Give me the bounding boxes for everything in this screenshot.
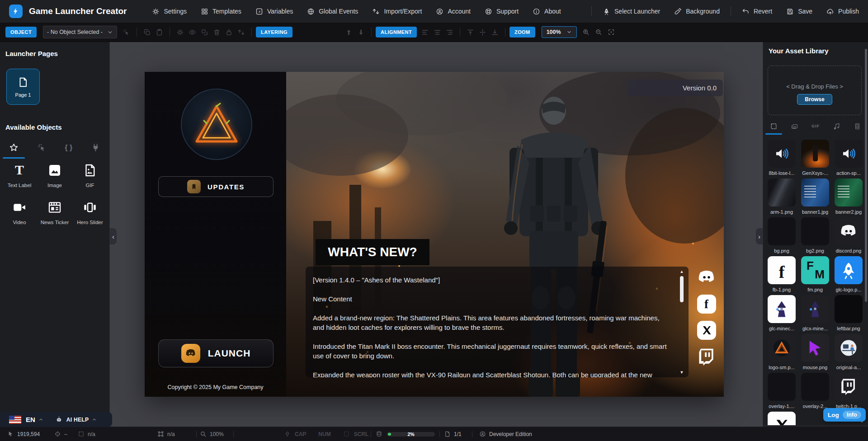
align-top-icon[interactable] [467, 28, 474, 36]
asset-thumbnail-audio[interactable] [768, 140, 796, 168]
asset-item[interactable]: bg.png [766, 217, 797, 256]
smart-select-icon[interactable] [123, 28, 130, 36]
zoom-in-icon[interactable] [582, 28, 590, 36]
asset-thumbnail-banner-blue[interactable] [801, 178, 829, 206]
menu-item-background[interactable]: Background [674, 8, 720, 15]
visibility-icon[interactable] [189, 28, 196, 36]
asset-item[interactable]: overlay-1.... [766, 373, 797, 412]
asset-item[interactable]: leftbar.png [833, 295, 864, 334]
asset-item[interactable]: mouse.png [799, 334, 831, 373]
drag-drop-zone[interactable]: < Drag & Drop Files > Browse [768, 66, 862, 115]
tab-images[interactable] [789, 122, 800, 135]
align-left-icon[interactable] [421, 28, 429, 36]
collapse-right-sidebar-handle[interactable]: › [756, 228, 763, 244]
collapse-left-sidebar-handle[interactable]: ‹ [110, 228, 117, 244]
twitch-icon[interactable] [696, 347, 717, 367]
asset-thumbnail-flame-logo[interactable] [768, 334, 796, 362]
object-news-ticker[interactable]: News Ticker [37, 200, 72, 226]
tab-favorites[interactable] [6, 141, 21, 159]
copy-icon[interactable] [143, 28, 151, 36]
asset-item[interactable]: overlay-2... [799, 373, 831, 412]
asset-item[interactable]: ffb-1.png [766, 256, 797, 295]
asset-thumbnail-dark[interactable] [801, 373, 829, 401]
zoom-level-dropdown[interactable]: 100% [542, 26, 577, 38]
scroll-up-icon[interactable]: ▲ [680, 269, 684, 274]
object-video[interactable]: Video [2, 200, 37, 226]
align-right-icon[interactable] [446, 28, 453, 36]
asset-thumbnail-dark[interactable] [801, 217, 829, 245]
zoom-out-icon[interactable] [595, 28, 602, 36]
asset-thumbnail-wizard-white[interactable] [768, 295, 796, 323]
language-selector[interactable]: EN [26, 416, 35, 423]
updates-button[interactable]: UPDATES [158, 176, 274, 197]
asset-thumbnail-twitch[interactable] [835, 373, 863, 401]
menu-item-publish[interactable]: Publish [826, 8, 859, 15]
patch-notes-panel[interactable]: [Version 1.4.0 – "Ashes of the Wasteland… [306, 267, 689, 377]
asset-thumbnail-gun[interactable] [768, 178, 796, 206]
asset-thumbnail-facebook[interactable]: f [768, 256, 796, 284]
duplicate-icon[interactable] [201, 28, 208, 36]
menu-item-support[interactable]: Support [485, 8, 519, 15]
align-center-icon[interactable] [434, 28, 441, 36]
menu-item-global-events[interactable]: Global Events [307, 8, 358, 15]
object-gif[interactable]: GIF [72, 163, 108, 189]
alignment-button[interactable]: ALIGNMENT [376, 27, 417, 38]
asset-item[interactable]: arm-1.png [766, 178, 797, 217]
asset-item[interactable]: twitch-1.p... [833, 373, 864, 412]
align-middle-icon[interactable] [479, 28, 486, 36]
asset-thumbnail-illustration[interactable] [835, 334, 863, 362]
asset-thumbnail-banner-green[interactable] [835, 178, 863, 206]
asset-thumbnail-black[interactable] [835, 295, 863, 323]
menu-item-save[interactable]: Save [786, 8, 812, 15]
asset-thumbnail-wizard-dark[interactable] [801, 295, 829, 323]
tab-all-assets[interactable] [768, 122, 779, 135]
asset-item[interactable] [766, 412, 797, 425]
menu-item-account[interactable]: Account [436, 8, 471, 15]
discord-icon[interactable] [696, 267, 717, 287]
layering-button[interactable]: LAYERING [256, 27, 292, 38]
asset-thumbnail-xlogo[interactable] [768, 412, 796, 425]
asset-item[interactable]: 8bit-lose-l... [766, 140, 797, 178]
object-text-label[interactable]: Text Label [2, 163, 37, 189]
delete-icon[interactable] [213, 28, 221, 36]
layer-up-icon[interactable] [345, 28, 353, 36]
asset-item[interactable]: glcx-mine... [799, 295, 831, 334]
facebook-icon[interactable]: f [697, 295, 716, 314]
object-image[interactable]: Image [37, 163, 72, 189]
info-pill[interactable]: Info [843, 411, 861, 419]
asset-thumbnail-discord[interactable] [835, 217, 863, 245]
x-twitter-icon[interactable] [697, 321, 716, 340]
patch-notes-scrollbar[interactable]: ▲ ▼ [679, 269, 684, 375]
asset-item[interactable]: bg2.png [799, 217, 831, 256]
menu-item-import-export[interactable]: Import/Export [372, 8, 422, 15]
asset-item[interactable]: GenXsys-... [799, 140, 831, 178]
asset-thumbnail-dark[interactable] [768, 373, 796, 401]
tab-interactive[interactable] [34, 141, 49, 159]
asset-thumbnail-dark[interactable] [768, 217, 796, 245]
ai-help-button[interactable]: AI HELP [66, 417, 89, 423]
asset-thumbnail-fm[interactable]: FM [801, 256, 829, 284]
object-hero-slider[interactable]: Hero Slider [72, 200, 108, 226]
asset-item[interactable]: banner2.jpg [833, 178, 864, 217]
menu-item-revert[interactable]: Revert [742, 8, 772, 15]
log-info-button[interactable]: Log Info [823, 408, 866, 422]
asset-item[interactable]: banner1.jpg [799, 178, 831, 217]
asset-thumbnail-rocket[interactable] [835, 256, 863, 284]
menu-item-about[interactable]: About [533, 8, 561, 15]
asset-item[interactable]: FMfm.png [799, 256, 831, 295]
browse-button[interactable]: Browse [797, 94, 832, 105]
zoom-fit-icon[interactable] [608, 28, 615, 36]
scroll-down-icon[interactable]: ▼ [680, 370, 684, 375]
paste-icon[interactable] [156, 28, 163, 36]
object-settings-icon[interactable] [176, 28, 184, 36]
menu-item-variables[interactable]: Variables [255, 8, 293, 15]
page-card-page1[interactable]: Page 1 [6, 69, 40, 105]
layer-down-icon[interactable] [357, 28, 365, 36]
asset-item[interactable]: original-a... [833, 334, 864, 373]
asset-scrollbar-thumb[interactable] [865, 49, 867, 302]
asset-item[interactable]: glc-minec... [766, 295, 797, 334]
tab-plugins[interactable] [88, 141, 103, 159]
tab-audio[interactable] [831, 122, 842, 135]
zoom-button[interactable]: ZOOM [509, 27, 535, 38]
lock-icon[interactable] [225, 28, 233, 36]
